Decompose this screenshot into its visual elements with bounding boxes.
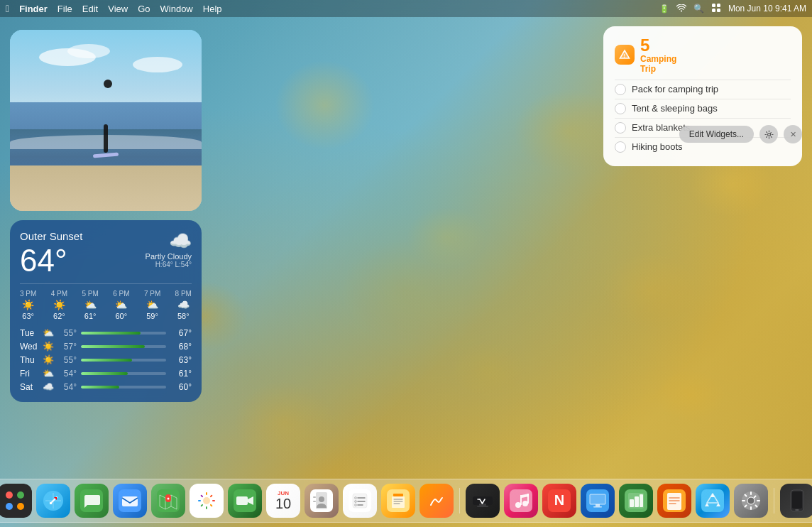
menubar-help[interactable]: Help [203, 4, 222, 14]
photo-widget [10, 30, 202, 211]
reminder-checkbox-3[interactable] [615, 141, 626, 153]
wifi-icon [676, 4, 686, 13]
dock-item-music[interactable] [504, 484, 538, 518]
reminders-widget: ! 5 Camping Trip Pack for camping trip T… [603, 26, 802, 166]
svg-rect-78 [792, 491, 802, 509]
dock-separator-1 [459, 488, 460, 514]
menubar:  Finder File Edit View Go Window Help 🔋 [0, 0, 812, 17]
weather-high: H:64° [155, 261, 173, 268]
dock-item-contacts[interactable] [304, 484, 339, 518]
svg-point-54 [522, 501, 528, 506]
reminder-checkbox-2[interactable] [615, 122, 626, 134]
widget-settings-button[interactable] [759, 125, 778, 143]
control-center-icon[interactable] [711, 3, 721, 14]
svg-point-41 [355, 504, 357, 506]
hourly-item-4: 7 PM ⛅ 59° [144, 290, 160, 320]
dock-item-calendar[interactable]: JUN 10 [266, 484, 300, 518]
dock-item-iphone[interactable] [780, 484, 812, 518]
dock-item-messages[interactable] [75, 484, 109, 518]
weather-condition-icon: ☁️ [146, 230, 192, 252]
menubar-go[interactable]: Go [138, 4, 150, 14]
dock-item-reminders[interactable] [343, 484, 377, 518]
daily-sat: Sat ☁️ 54° 60° [20, 381, 192, 392]
reminder-text-3: Hiking boots [632, 141, 683, 152]
widget-controls: Edit Widgets... ✕ [679, 125, 802, 143]
svg-point-76 [747, 497, 755, 504]
dock-item-notes[interactable] [381, 484, 415, 518]
menubar-datetime[interactable]: Mon Jun 10 9:41 AM [728, 4, 806, 13]
menubar-edit[interactable]: Edit [82, 4, 98, 14]
dock-item-appstore[interactable] [696, 484, 730, 518]
svg-point-27 [203, 497, 210, 504]
dock-item-mail[interactable] [113, 484, 147, 518]
svg-point-80 [796, 509, 798, 511]
dock-item-numbers[interactable] [619, 484, 653, 518]
reminders-list: Pack for camping trip Tent & sleeping ba… [615, 80, 791, 156]
svg-rect-70 [667, 493, 681, 510]
weather-location: Outer Sunset [20, 230, 82, 242]
svg-rect-0 [712, 4, 715, 7]
svg-rect-2 [712, 9, 715, 12]
reminder-checkbox-0[interactable] [615, 84, 626, 95]
dock-item-safari[interactable] [36, 484, 70, 518]
svg-rect-66 [630, 499, 634, 507]
hourly-item-2: 5 PM ⛅ 61° [82, 290, 98, 320]
svg-point-5 [767, 133, 770, 136]
menubar-finder[interactable]: Finder [19, 4, 48, 14]
svg-point-37 [355, 497, 357, 499]
hourly-item-1: 4 PM ☀️ 62° [51, 290, 67, 320]
search-icon[interactable]: 🔍 [693, 4, 704, 13]
dock-item-photos[interactable] [190, 484, 224, 518]
dock: JUN 10 [0, 479, 812, 523]
weather-low: L:54° [175, 261, 192, 268]
dock-item-systemprefs[interactable] [734, 484, 768, 518]
reminders-list-name: Camping Trip [640, 55, 676, 73]
svg-rect-33 [313, 496, 316, 498]
dock-separator-2 [774, 488, 774, 514]
svg-text:N: N [554, 492, 564, 508]
dock-item-maps[interactable] [151, 484, 185, 518]
daily-wed: Wed ☀️ 57° 68° [20, 341, 192, 352]
reminder-item-0: Pack for camping trip [615, 80, 791, 99]
svg-rect-13 [0, 484, 32, 518]
edit-widgets-button[interactable]: Edit Widgets... [679, 126, 754, 143]
menubar-file[interactable]: File [57, 4, 72, 14]
svg-rect-1 [717, 4, 720, 7]
dock-item-appletv[interactable] [466, 484, 500, 518]
svg-rect-23 [122, 496, 138, 506]
dock-item-facetime[interactable] [228, 484, 262, 518]
svg-point-14 [6, 491, 13, 499]
reminders-count: 5 [640, 36, 676, 55]
dock-item-keynote[interactable] [581, 484, 615, 518]
battery-icon: 🔋 [659, 4, 669, 13]
weather-condition: Partly Cloudy [146, 252, 192, 261]
weather-temp: 64° [20, 245, 82, 276]
svg-rect-62 [596, 504, 600, 506]
menubar-view[interactable]: View [108, 4, 128, 14]
reminder-checkbox-1[interactable] [615, 103, 626, 114]
svg-text:!: ! [623, 53, 625, 58]
reminders-app-icon: ! [615, 45, 635, 65]
svg-point-26 [168, 498, 170, 500]
svg-point-15 [17, 491, 24, 499]
calendar-date: JUN 10 [275, 491, 291, 511]
dock-item-pages[interactable] [657, 484, 691, 518]
reminders-header: ! 5 Camping Trip [615, 36, 791, 74]
svg-point-39 [355, 501, 357, 503]
svg-rect-48 [393, 494, 403, 496]
menubar-window[interactable]: Window [160, 4, 193, 14]
dock-item-news[interactable]: N [542, 484, 576, 518]
widget-close-button[interactable]: ✕ [784, 125, 802, 143]
hourly-item-0: 3 PM ☀️ 63° [20, 290, 36, 320]
desktop:  Finder File Edit View Go Window Help 🔋 [0, 0, 812, 527]
daily-fri: Fri ⛅ 54° 61° [20, 368, 192, 379]
daily-tue: Tue ⛅ 55° 67° [20, 327, 192, 338]
svg-rect-67 [635, 496, 639, 507]
svg-point-16 [6, 503, 13, 510]
hourly-item-3: 6 PM ⛅ 60° [113, 290, 129, 320]
menubar-left:  Finder File Edit View Go Window Help [6, 3, 222, 14]
reminder-text-1: Tent & sleeping bags [632, 103, 718, 114]
apple-menu[interactable]:  [6, 3, 9, 14]
dock-item-launchpad[interactable] [0, 484, 32, 518]
dock-item-freeform[interactable] [419, 484, 454, 518]
